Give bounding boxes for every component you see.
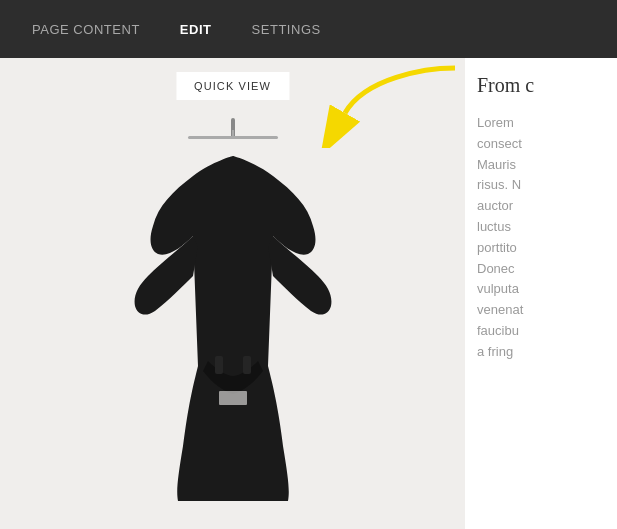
svg-rect-2 — [243, 356, 251, 374]
main-content: QUICK VIEW — [0, 58, 617, 529]
nav-item-page-content[interactable]: Page Content — [16, 14, 156, 45]
robe-body — [133, 146, 333, 506]
svg-rect-3 — [219, 391, 247, 405]
nav-item-settings[interactable]: SETTINGS — [236, 14, 337, 45]
svg-rect-1 — [215, 356, 223, 374]
nav-item-edit[interactable]: EDIT — [164, 14, 228, 45]
hanger-bar — [188, 136, 278, 139]
product-area: QUICK VIEW — [0, 58, 465, 529]
text-body: Lorem consect Mauris risus. N auctor luc… — [477, 113, 605, 363]
text-panel: From c Lorem consect Mauris risus. N auc… — [465, 58, 617, 529]
text-heading: From c — [477, 74, 605, 97]
top-nav: Page Content EDIT SETTINGS — [0, 0, 617, 58]
quick-view-button[interactable]: QUICK VIEW — [176, 72, 289, 100]
product-image — [93, 118, 373, 508]
